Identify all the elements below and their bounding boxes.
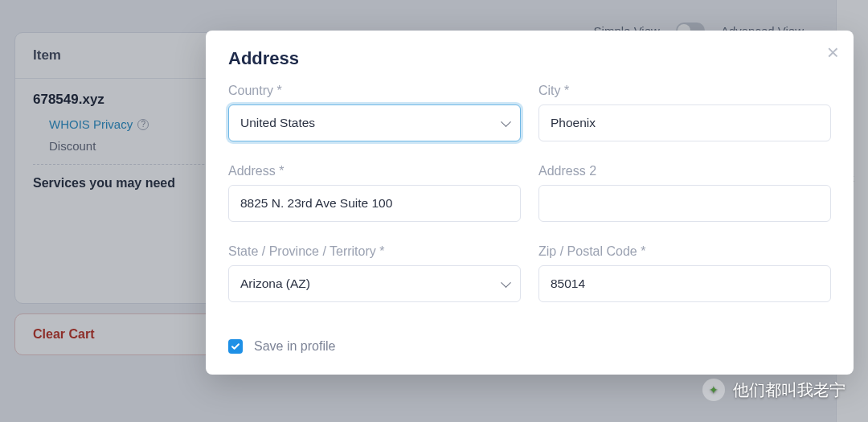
city-label: City * xyxy=(538,84,831,98)
close-icon[interactable]: × xyxy=(827,42,839,63)
address2-input[interactable] xyxy=(538,185,831,222)
state-select[interactable] xyxy=(228,265,521,302)
save-profile-label: Save in profile xyxy=(254,339,335,354)
modal-title: Address xyxy=(228,48,831,69)
watermark-text: 他们都叫我老宁 xyxy=(733,379,845,401)
wechat-icon: ✦ xyxy=(702,379,725,401)
zip-input[interactable] xyxy=(538,265,831,302)
city-input[interactable] xyxy=(538,104,831,141)
country-label: Country * xyxy=(228,84,521,98)
watermark: ✦ 他们都叫我老宁 xyxy=(702,379,845,401)
address-modal: × Address Country * City * Address * Add… xyxy=(206,31,854,375)
address-label: Address * xyxy=(228,164,521,178)
zip-label: Zip / Postal Code * xyxy=(538,244,831,259)
address2-label: Address 2 xyxy=(538,164,831,178)
country-select[interactable] xyxy=(228,104,521,141)
save-profile-checkbox[interactable] xyxy=(228,339,243,354)
check-icon xyxy=(231,342,240,351)
address-input[interactable] xyxy=(228,185,521,222)
state-label: State / Province / Territory * xyxy=(228,244,521,259)
